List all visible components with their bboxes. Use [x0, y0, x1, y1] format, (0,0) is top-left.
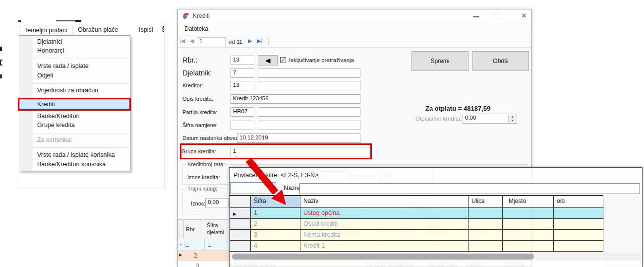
cell-naziv[interactable]: Kredit 1 [300, 241, 468, 252]
cell-ulica[interactable] [468, 208, 503, 219]
lookup-popup: Povlačenje šifre <F2-Š, F3-N> Naziv: Šif… [229, 167, 643, 267]
cell-naziv[interactable]: Ostali krediti [300, 219, 468, 230]
popup-table-row[interactable]: ▶ 1 Usteg općina [230, 208, 604, 219]
row-indicator-icon: ▶ [233, 211, 236, 216]
popup-bottom-strip [230, 261, 642, 267]
popup-col-mjesto[interactable]: Mjesto [503, 196, 554, 208]
cell-oib[interactable] [554, 219, 604, 230]
cell-oib[interactable] [554, 208, 604, 219]
cell-sifra[interactable]: 3 [251, 230, 300, 241]
popup-hscrollbar-thumb[interactable] [232, 254, 534, 260]
cell-oib[interactable] [554, 241, 604, 252]
popup-table-row[interactable]: 2 Ostali krediti [230, 219, 604, 230]
popup-table-row[interactable]: 3 Nema kredita [230, 230, 604, 241]
popup-col-rowheader [230, 196, 251, 208]
popup-table: Šifra Naziv Ulica Mjesto oib ▶ 1 Usteg o… [230, 195, 603, 196]
popup-naziv-label: Naziv: [284, 184, 301, 192]
cell-mjesto[interactable] [503, 241, 554, 252]
screenshot-root: { "colors": { "annotation_red": "#E60000… [0, 0, 644, 267]
cell-oib[interactable] [554, 230, 604, 241]
cell-sifra[interactable]: 1 [251, 208, 300, 219]
popup-col-oib[interactable]: oib [554, 196, 604, 208]
popup-table-row[interactable]: 4 Kredit 1 [230, 241, 604, 252]
popup-col-ulica[interactable]: Ulica [468, 196, 503, 208]
annotation-box-menu-krediti [18, 98, 131, 111]
popup-header-hint: <F2-Š, F3-N> [281, 172, 318, 179]
cell-mjesto[interactable] [503, 208, 554, 219]
cell-sifra[interactable]: 2 [251, 219, 300, 230]
cell-sifra[interactable]: 4 [251, 241, 300, 252]
sifra-search-input[interactable] [230, 182, 276, 194]
cell-ulica[interactable] [468, 219, 503, 230]
cell-ulica[interactable] [468, 230, 503, 241]
naziv-search-input[interactable] [299, 183, 640, 194]
row-indicator-cell [230, 241, 251, 252]
row-indicator-cell [230, 219, 251, 230]
cell-mjesto[interactable] [503, 219, 554, 230]
row-indicator-cell: ▶ [230, 208, 251, 219]
row-indicator-cell [230, 230, 251, 241]
popup-table-header-row: Šifra Naziv Ulica Mjesto oib [230, 196, 604, 208]
annotation-box-grupa-kredita [180, 143, 372, 159]
cell-naziv[interactable]: Usteg općina [300, 208, 468, 219]
popup-col-naziv[interactable]: Naziv [300, 196, 468, 208]
cell-mjesto[interactable] [503, 230, 554, 241]
popup-col-sifra[interactable]: Šifra [251, 196, 300, 208]
popup-header-title: Povlačenje šifre [234, 172, 277, 179]
cell-ulica[interactable] [468, 241, 503, 252]
cell-naziv[interactable]: Nema kredita [300, 230, 468, 241]
